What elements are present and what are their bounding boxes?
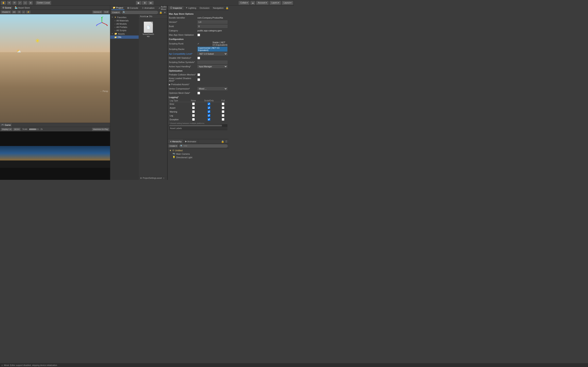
hierarchy-tab[interactable]: ≡ Hierarchy [168,139,183,143]
center-local-btn[interactable]: Center | Local [35,1,51,5]
error-full-cb[interactable] [222,103,224,105]
inspector-tab[interactable]: ⓘ Inspector [168,6,184,10]
hierarchy-search[interactable]: 🔍 ✦All [179,144,228,148]
build-input[interactable] [198,25,227,28]
log-scriptonly-cb[interactable] [208,114,210,117]
lighting-tab[interactable]: ☀ Lighting [184,6,198,10]
file-doc-icon: 📄 [147,26,150,29]
prebake-checkbox[interactable] [198,73,200,76]
error-scriptonly-cb[interactable] [208,103,210,105]
rect-tool-btn[interactable]: ▭ [23,1,27,5]
transform-tool-btn[interactable]: ⊕ [28,1,33,5]
shaded-btn[interactable]: Shaded ▾ [1,10,11,14]
lock-icon[interactable]: 🔒 [159,11,162,14]
scripting-define-input[interactable] [198,60,227,64]
scene-ground [0,52,110,123]
mac-validation-checkbox[interactable] [198,34,200,36]
exception-none-cb[interactable] [192,118,195,121]
step-button[interactable]: ⏭ [148,1,154,5]
aspect-btn[interactable]: 16:9 ▾ [13,128,21,131]
project-tab[interactable]: 📁 Project [112,6,124,10]
warning-scriptonly-cb[interactable] [208,110,210,113]
navigation-tab[interactable]: Navigation [211,6,225,10]
audio-btn[interactable]: ♪ [22,10,25,14]
layout-dropdown[interactable]: Layout ▾ [282,1,293,5]
log-full-cb[interactable] [222,114,224,117]
scripting-runtime-value: Stable (.NET 3.5 Equivalent) [213,41,228,46]
hierarchy-search-icon: 🔍 [180,145,183,147]
directional-light-item[interactable]: 💡 Directional Light [168,156,229,159]
exception-full-cb[interactable] [222,118,224,121]
play-button[interactable]: ▶ [136,1,141,5]
assert-full-cb[interactable] [222,106,224,109]
assets-header[interactable]: ▼ 📁 Assets [110,32,139,35]
display-btn[interactable]: Display 1 ▾ [1,128,12,131]
move-tool-btn[interactable]: ✛ [7,1,11,5]
collab-button[interactable]: Collab ▾ [238,1,250,5]
scripting-backend-dropdown[interactable]: Experimental (.NET 4.6 Equivalent) [198,47,227,52]
layers-dropdown[interactable]: Layers ▾ [269,1,281,5]
create-btn[interactable]: Create ▾ [111,11,121,14]
scroll-bar[interactable] [164,177,164,179]
hierarchy-lock-icon[interactable]: 🔒 [221,140,224,143]
twod-btn[interactable]: 2D [12,10,17,14]
hand-tool-btn[interactable]: ✋ [1,1,6,5]
warning-full-cb[interactable] [222,110,224,113]
asset-store-tab[interactable]: 🏪 Asset Store [13,6,31,9]
all-scripts-item[interactable]: ○ All Scripts [110,29,139,32]
untitled-scene[interactable]: ▼ ⊙ Untitled [168,149,229,152]
lock-btn[interactable]: 🔒 [225,6,229,9]
fx-btn[interactable]: ⚡ [26,10,31,14]
api-compat-select[interactable]: .NET 2.0 Subset [198,52,227,55]
vertex-compression-select[interactable]: Mixed ... [198,87,227,90]
light-btn[interactable]: ☀ [17,10,21,14]
occlusion-tab[interactable]: Occlusion [198,6,211,10]
scene-tab[interactable]: ⊙ Scene [1,6,13,9]
rotate-tool-btn[interactable]: ⟳ [12,1,17,5]
pause-button[interactable]: ⏸ [142,1,148,5]
animator-tab[interactable]: ▶ Animator [183,139,198,143]
hierarchy-more-icon[interactable]: ☰ [225,140,228,143]
assert-scriptonly-cb[interactable] [208,106,210,109]
version-input[interactable] [198,20,227,24]
bookmark-icon[interactable]: ★ [163,11,166,14]
circle-icon2: ○ [114,23,116,25]
cloud-button[interactable]: ☁ [250,1,255,5]
all-prefabs-item[interactable]: ○ All Prefabs [110,25,139,29]
disable-hw-checkbox[interactable] [198,57,200,59]
inspector-scrollbar[interactable] [169,124,227,126]
optimize-mesh-checkbox[interactable] [198,92,200,94]
tensorflow-sharp-asset[interactable]: 📄 TensorFlowSharp [142,22,154,37]
account-dropdown[interactable]: Account ▾ [256,1,269,5]
scale-slider[interactable] [29,128,39,130]
optimize-mesh-label: Optimize Mesh Data* [169,92,198,94]
all-materials-item[interactable]: ○ All Materials [110,19,139,22]
category-row: Category public.app-category.gam [169,29,227,33]
favorites-header[interactable]: ▼ ★ Favorites [110,16,139,19]
all-models-item[interactable]: ○ All Models [110,22,139,25]
animation-tab[interactable]: ▷ Animation [141,6,156,10]
toolbar-sep-1 [34,1,34,5]
game-tab[interactable]: 🎮 Game [0,123,12,127]
log-none-cb[interactable] [192,114,195,117]
warning-none-cb[interactable] [192,110,195,113]
error-none-cb[interactable] [192,103,195,105]
gizmos-btn[interactable]: Gizmos ▾ [92,10,103,14]
keep-shaders-checkbox[interactable] [198,78,200,81]
audio-mixer-tab[interactable]: ♬ Audio Mixer [157,6,168,10]
assert-label: Assert [169,106,188,110]
all-btn[interactable]: ✦All [103,10,109,14]
main-camera-item[interactable]: 📷 Main Camera [168,152,229,156]
assert-none-cb[interactable] [192,106,195,109]
search-bar[interactable]: 🔍 [121,11,158,14]
scale-tool-btn[interactable]: ⤢ [17,1,22,5]
active-input-select[interactable]: Input Manager [198,65,227,68]
dlls-item[interactable]: 📁 Dlls [110,35,139,39]
exception-scriptonly-cb[interactable] [208,118,210,121]
maximize-on-play-btn[interactable]: Maximize On Play [92,128,109,131]
audio-icon: ♬ [159,7,160,9]
console-tab[interactable]: ▤ Console [126,6,139,10]
middle-panel: 📁 Project ▤ Console ▷ Animation ♬ Audio … [110,6,167,180]
hierarchy-create-btn[interactable]: Create ▾ [168,144,178,148]
error-row: Error [169,102,227,106]
